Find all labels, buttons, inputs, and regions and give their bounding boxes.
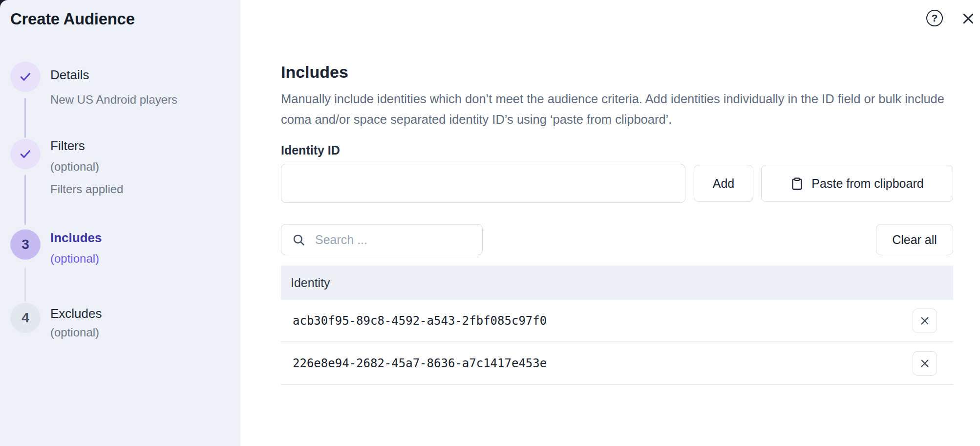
sidebar-step-details[interactable]: Details: [50, 67, 89, 83]
paste-button-label: Paste from clipboard: [811, 177, 923, 191]
includes-step-panel: ? Includes Manually include identities w…: [240, 0, 980, 446]
step-indicator-includes: 3: [10, 229, 41, 260]
close-icon[interactable]: [960, 11, 976, 26]
check-icon: [19, 70, 32, 84]
identity-id-input[interactable]: [281, 164, 685, 203]
table-row: 226e8e94-2682-45a7-8636-a7c1417e453e: [281, 342, 953, 385]
add-button-label: Add: [713, 177, 734, 191]
identity-id-value: acb30f95-89c8-4592-a543-2fbf085c97f0: [281, 314, 547, 328]
remove-row-button[interactable]: [913, 351, 937, 376]
paste-from-clipboard-button[interactable]: Paste from clipboard: [761, 165, 953, 202]
identity-id-value: 226e8e94-2682-45a7-8636-a7c1417e453e: [281, 357, 547, 370]
modal-title: Create Audience: [10, 10, 135, 28]
table-row: acb30f95-89c8-4592-a543-2fbf085c97f0: [281, 300, 953, 342]
search-icon: [292, 233, 305, 246]
step-number: 4: [21, 310, 29, 326]
step-filters-optional: (optional): [50, 160, 99, 174]
step-connector: [24, 98, 26, 138]
identity-table: Identity acb30f95-89c8-4592-a543-2fbf085…: [281, 266, 953, 385]
page-title: Includes: [281, 63, 348, 82]
step-filters-note: Filters applied: [50, 182, 123, 196]
identity-column-header: Identity: [281, 266, 953, 300]
create-audience-modal: Create Audience Details New US Android p…: [0, 0, 980, 446]
step-details-note: New US Android players: [50, 93, 177, 107]
clear-all-label: Clear all: [892, 233, 937, 247]
sidebar-step-excludes[interactable]: Excludes: [50, 306, 102, 321]
remove-row-button[interactable]: [913, 309, 937, 333]
step-number: 3: [21, 237, 29, 252]
step-indicator-excludes: 4: [10, 303, 41, 333]
clear-all-button[interactable]: Clear all: [876, 224, 953, 255]
page-description: Manually include identities which don’t …: [281, 89, 955, 130]
search-field: [281, 224, 483, 255]
sidebar-step-includes[interactable]: Includes: [50, 230, 102, 245]
add-button[interactable]: Add: [694, 165, 753, 202]
wizard-sidebar: Create Audience Details New US Android p…: [0, 0, 240, 446]
step-indicator-details: [10, 62, 41, 92]
sidebar-step-filters[interactable]: Filters: [50, 138, 85, 154]
step-connector: [24, 268, 26, 302]
step-connector: [24, 175, 26, 225]
check-icon: [19, 147, 32, 161]
step-includes-optional: (optional): [50, 252, 99, 266]
identity-id-label: Identity ID: [281, 143, 340, 157]
search-input[interactable]: [315, 233, 477, 247]
step-indicator-filters: [10, 139, 41, 169]
step-excludes-optional: (optional): [50, 326, 99, 339]
clipboard-icon: [790, 177, 804, 190]
